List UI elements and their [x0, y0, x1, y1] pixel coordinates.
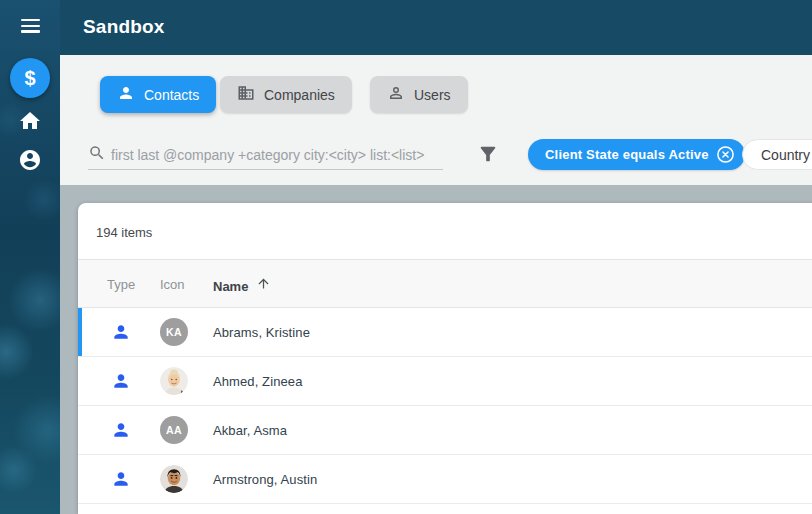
sidebar: $ [0, 0, 60, 514]
table-row[interactable]: Armstrong, Austin [78, 455, 812, 504]
items-bar: 194 items [78, 203, 812, 260]
filter-chip-country[interactable]: Country [742, 139, 812, 170]
home-icon[interactable] [18, 109, 42, 133]
table-body: KAAbrams, KristineAhmed, ZineeaAAAkbar, … [78, 308, 812, 504]
person-icon [111, 469, 131, 489]
filter-funnel-icon[interactable] [477, 143, 499, 165]
results-card: 194 items Type Icon Name KAAbrams, Krist… [78, 203, 812, 514]
column-header-icon[interactable]: Icon [160, 277, 185, 292]
person-icon [111, 371, 131, 391]
tab-label: Users [414, 87, 451, 103]
app-title: Sandbox [83, 16, 165, 38]
contact-name: Abrams, Kristine [213, 308, 310, 357]
tab-label: Contacts [144, 87, 199, 103]
filter-chip-label: Client State equals Active [545, 147, 709, 162]
search-field [88, 140, 443, 170]
avatar-photo [160, 367, 188, 395]
tab-users[interactable]: Users [370, 76, 468, 113]
search-input[interactable] [111, 147, 443, 163]
column-header-name[interactable]: Name [213, 277, 271, 295]
table-header: Type Icon Name [78, 260, 812, 308]
contact-name: Akbar, Asma [213, 406, 287, 455]
contact-name: Armstrong, Austin [213, 455, 317, 504]
table-row[interactable]: Ahmed, Zineea [78, 357, 812, 406]
tab-contacts[interactable]: Contacts [100, 76, 216, 113]
hamburger-menu-icon[interactable] [21, 19, 40, 33]
avatar-photo [160, 465, 188, 493]
top-app-bar: Sandbox [60, 0, 812, 55]
close-circle-icon[interactable] [716, 145, 735, 164]
building-icon [237, 84, 255, 105]
contact-name: Ahmed, Zineea [213, 357, 302, 406]
person-icon [117, 84, 135, 105]
column-header-type[interactable]: Type [107, 277, 135, 292]
account-circle-icon[interactable] [18, 148, 42, 172]
tab-label: Companies [264, 87, 335, 103]
avatar-initials: AA [160, 416, 188, 444]
filter-chip-label: Country [761, 147, 810, 163]
tab-companies[interactable]: Companies [220, 76, 352, 113]
dollar-icon[interactable]: $ [10, 58, 50, 98]
person-icon [111, 420, 131, 440]
sort-ascending-arrow-icon [256, 277, 271, 295]
main-content: Contacts Companies Users Client State eq… [60, 55, 812, 514]
avatar-initials: KA [160, 318, 188, 346]
table-row[interactable]: KAAbrams, Kristine [78, 308, 812, 357]
person-outline-icon [387, 84, 405, 105]
items-count: 194 items [96, 225, 152, 240]
results-region: 194 items Type Icon Name KAAbrams, Krist… [60, 185, 812, 514]
filter-chip-client-state[interactable]: Client State equals Active [528, 139, 745, 170]
search-icon [88, 144, 106, 166]
table-row[interactable]: AAAkbar, Asma [78, 406, 812, 455]
person-icon [111, 322, 131, 342]
